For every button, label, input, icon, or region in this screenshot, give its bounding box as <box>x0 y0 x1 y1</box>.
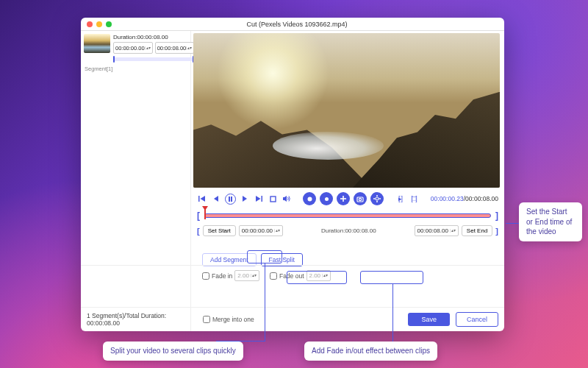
merge-label: Merge into one <box>212 316 254 323</box>
cut-window: Cut (Pexels Videos 1093662.mp4) Duration… <box>81 18 504 331</box>
svg-rect-11 <box>325 197 329 201</box>
timecode-current: 00:00:00.23 <box>431 195 464 202</box>
prev-frame-icon[interactable] <box>211 194 221 204</box>
fade-in-input[interactable]: 2.00 ▴▾ <box>234 270 259 281</box>
volume-icon[interactable] <box>282 194 292 204</box>
segment-start-input[interactable]: 00:00:00.00 ▴▾ <box>113 42 153 54</box>
mark-in-button[interactable] <box>303 192 316 205</box>
fade-in-value: 2.00 <box>237 272 249 279</box>
fade-out-value: 2.00 <box>309 272 321 279</box>
stepper-icon[interactable]: ▴▾ <box>145 46 151 50</box>
mark-out-button[interactable] <box>320 192 333 205</box>
svg-rect-0 <box>198 196 200 202</box>
skip-start-icon[interactable] <box>197 194 207 204</box>
range-end-input[interactable]: 00:00:08.00 ▴▾ <box>415 225 459 236</box>
stepper-icon[interactable]: ▴▾ <box>450 229 456 233</box>
checkbox-icon[interactable] <box>270 272 277 280</box>
segment-duration-label: Duration:00:00:08.00 <box>113 34 194 40</box>
svg-rect-7 <box>262 196 263 202</box>
main-panel: [▸] [□] 00:00:00.23/00:00:08.00 [ ] [ Se… <box>191 31 504 331</box>
stepper-icon[interactable]: ▴▾ <box>251 274 257 277</box>
svg-rect-3 <box>229 197 230 202</box>
svg-point-16 <box>376 197 379 200</box>
range-end-value: 00:00:08.00 <box>417 227 448 234</box>
fade-in-label: Fade in <box>212 272 232 280</box>
callout-left: Split your video to several clips quickl… <box>103 342 243 361</box>
fade-in-checkbox[interactable]: Fade in 2.00 ▴▾ <box>202 270 259 281</box>
window-title: Cut (Pexels Videos 1093662.mp4) <box>112 21 504 28</box>
segment-thumbnail <box>84 34 110 53</box>
svg-rect-8 <box>270 197 276 202</box>
segments-sidebar: Duration:00:00:08.00 00:00:00.00 ▴▾ 00:0… <box>81 31 191 331</box>
segment-meta: Duration:00:00:08.00 00:00:00.00 ▴▾ 00:0… <box>113 34 194 61</box>
preview-art <box>273 132 383 160</box>
settings-button[interactable] <box>370 192 384 205</box>
next-frame-icon[interactable] <box>240 194 250 204</box>
minimize-window-icon[interactable] <box>96 21 102 27</box>
callout-lead <box>265 263 265 342</box>
timeline[interactable]: [ ] <box>197 210 498 221</box>
svg-marker-2 <box>214 196 218 202</box>
fade-out-label: Fade out <box>279 272 304 280</box>
stepper-icon[interactable]: ▴▾ <box>322 274 328 277</box>
segment-end-value: 00:00:08.00 <box>157 45 187 52</box>
svg-rect-4 <box>231 197 232 202</box>
callout-lead <box>392 284 393 342</box>
stop-icon[interactable] <box>268 194 278 204</box>
timeline-track[interactable] <box>204 213 491 218</box>
svg-marker-5 <box>243 196 247 202</box>
fade-out-checkbox[interactable]: Fade out 2.00 ▴▾ <box>270 270 331 281</box>
range-row: [ Set Start 00:00:00.00 ▴▾ Duration:00:0… <box>191 224 504 238</box>
callout-mid: Add Fade in/out effect between clips <box>304 342 437 361</box>
video-preview[interactable] <box>193 33 500 188</box>
playback-controls: [▸] [□] 00:00:00.23/00:00:08.00 <box>191 188 504 208</box>
segment-start-value: 00:00:00.00 <box>115 45 145 52</box>
segment-end-input[interactable]: 00:00:08.00 ▴▾ <box>155 42 195 54</box>
bracket-out-icon[interactable]: [□] <box>409 194 419 204</box>
merge-checkbox[interactable]: Merge into one <box>203 316 254 323</box>
svg-point-15 <box>359 198 361 200</box>
window-body: Duration:00:00:08.00 00:00:00.00 ▴▾ 00:0… <box>81 31 504 331</box>
callout-lead <box>216 341 265 342</box>
bracket-left-icon: [ <box>197 227 200 236</box>
timecode: 00:00:00.23/00:00:08.00 <box>431 195 498 202</box>
window-controls <box>81 21 112 27</box>
set-start-button[interactable]: Set Start <box>203 225 236 236</box>
bracket-left-icon[interactable]: [ <box>197 210 200 221</box>
save-button[interactable]: Save <box>408 313 450 326</box>
range-start-input[interactable]: 00:00:00.00 ▴▾ <box>239 225 283 236</box>
snapshot-button[interactable] <box>354 192 367 205</box>
svg-point-10 <box>307 197 312 201</box>
bracket-in-icon[interactable]: [▸] <box>395 194 405 204</box>
set-end-button[interactable]: Set End <box>462 225 492 236</box>
skip-end-icon[interactable] <box>254 194 264 204</box>
play-pause-button[interactable] <box>225 194 236 205</box>
callout-lead <box>506 223 519 224</box>
add-marker-button[interactable] <box>337 192 350 205</box>
svg-marker-6 <box>256 196 261 202</box>
range-start-value: 00:00:00.00 <box>242 227 273 234</box>
fade-row: Fade in 2.00 ▴▾ Fade out 2.00 ▴▾ <box>81 265 504 281</box>
zoom-window-icon[interactable] <box>106 21 112 27</box>
svg-marker-9 <box>283 196 287 202</box>
playhead-icon[interactable] <box>204 209 206 219</box>
bracket-right-icon[interactable]: ] <box>495 210 498 221</box>
bracket-right-icon: ] <box>495 227 498 236</box>
segment-range-slider[interactable] <box>113 57 194 61</box>
bottom-bar: 1 Segment(s)/Total Duration: 00:00:08.00… <box>81 307 504 331</box>
fade-out-input[interactable]: 2.00 ▴▾ <box>306 270 331 281</box>
timecode-total: /00:00:08.00 <box>464 195 498 202</box>
checkbox-icon[interactable] <box>202 272 209 280</box>
range-duration-label: Duration:00:00:08.00 <box>286 227 412 234</box>
titlebar: Cut (Pexels Videos 1093662.mp4) <box>81 18 504 31</box>
stepper-icon[interactable]: ▴▾ <box>274 229 280 233</box>
callout-right: Set the Start or End time of the video <box>519 202 582 241</box>
segment-tag: Segment[1] <box>81 64 190 74</box>
segment-actions: Add Segment Fast Split <box>81 250 303 266</box>
segments-summary: 1 Segment(s)/Total Duration: 00:00:08.00 <box>87 312 197 327</box>
svg-marker-1 <box>201 196 206 202</box>
checkbox-icon[interactable] <box>203 316 210 323</box>
segment-row[interactable]: Duration:00:00:08.00 00:00:00.00 ▴▾ 00:0… <box>81 31 190 64</box>
cancel-button[interactable]: Cancel <box>456 312 498 327</box>
close-window-icon[interactable] <box>87 21 93 27</box>
